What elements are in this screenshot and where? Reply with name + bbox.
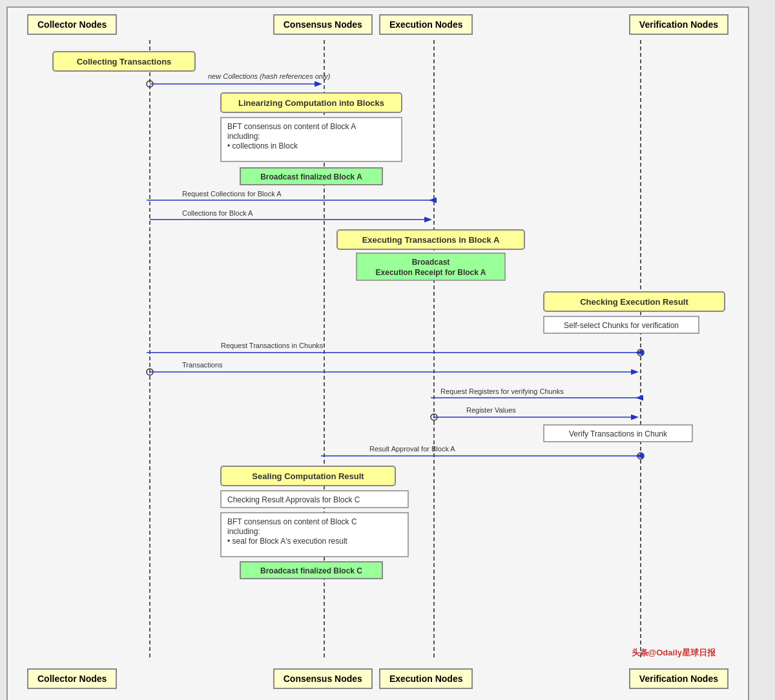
sequence-diagram-svg: Collecting Transactions new Collections … [27, 40, 744, 660]
verification-node-top: Verification Nodes [629, 14, 728, 35]
svg-text:Sealing Computation Result: Sealing Computation Result [252, 471, 364, 481]
consensus-node-bottom: Consensus Nodes [273, 668, 373, 689]
svg-text:Collecting Transactions: Collecting Transactions [77, 57, 172, 67]
execution-node-top: Execution Nodes [379, 14, 473, 35]
watermark: 头条@Odaily星球日报 [632, 647, 716, 659]
svg-text:Transactions: Transactions [182, 361, 223, 369]
top-nodes: Collector Nodes Consensus Nodes Executio… [14, 14, 741, 35]
verification-node-bottom: Verification Nodes [629, 668, 728, 689]
collector-node-bottom: Collector Nodes [27, 668, 117, 689]
svg-text:Checking Execution Result: Checking Execution Result [580, 297, 688, 307]
svg-text:Verify Transactions in Chunk: Verify Transactions in Chunk [569, 429, 668, 438]
svg-text:new Collections (hash referenc: new Collections (hash references only) [208, 72, 331, 80]
svg-text:BFT consensus on content of Bl: BFT consensus on content of Block A [227, 122, 356, 131]
svg-text:Linearizing Computation into B: Linearizing Computation into Blocks [238, 98, 384, 108]
svg-text:BFT consensus on content of Bl: BFT consensus on content of Block C [227, 517, 357, 526]
svg-text:Register Values: Register Values [466, 406, 516, 414]
svg-text:• seal for Block A's execution: • seal for Block A's execution result [227, 537, 348, 546]
svg-text:Checking Result Approvals for : Checking Result Approvals for Block C [227, 495, 360, 504]
content-area: Collecting Transactions new Collections … [27, 40, 728, 662]
svg-text:Broadcast: Broadcast [412, 258, 450, 267]
svg-text:Broadcast finalized Block C: Broadcast finalized Block C [260, 566, 362, 575]
svg-text:Result Approval for Block A: Result Approval for Block A [369, 445, 455, 453]
svg-text:Execution Receipt for Block A: Execution Receipt for Block A [376, 268, 486, 277]
svg-text:including:: including: [227, 527, 260, 536]
svg-text:Request Transactions in Chunks: Request Transactions in Chunks [221, 342, 324, 349]
svg-text:Self-select Chunks for verific: Self-select Chunks for verification [564, 321, 679, 330]
diagram-container: Collector Nodes Consensus Nodes Executio… [6, 6, 749, 700]
svg-text:Executing Transactions in Bloc: Executing Transactions in Block A [362, 235, 500, 245]
consensus-node-top: Consensus Nodes [273, 14, 373, 35]
svg-text:Request Collections for Block : Request Collections for Block A [182, 190, 282, 198]
svg-text:including:: including: [227, 132, 260, 141]
svg-text:Collections for Block A: Collections for Block A [182, 209, 253, 217]
svg-text:Broadcast finalized Block A: Broadcast finalized Block A [260, 172, 362, 181]
svg-text:• collections in Block: • collections in Block [227, 141, 298, 150]
execution-node-bottom: Execution Nodes [379, 668, 473, 689]
collector-node-top: Collector Nodes [27, 14, 117, 35]
svg-text:Request Registers for verifyin: Request Registers for verifying Chunks [440, 387, 564, 395]
bottom-nodes: Collector Nodes Consensus Nodes Executio… [14, 668, 741, 689]
